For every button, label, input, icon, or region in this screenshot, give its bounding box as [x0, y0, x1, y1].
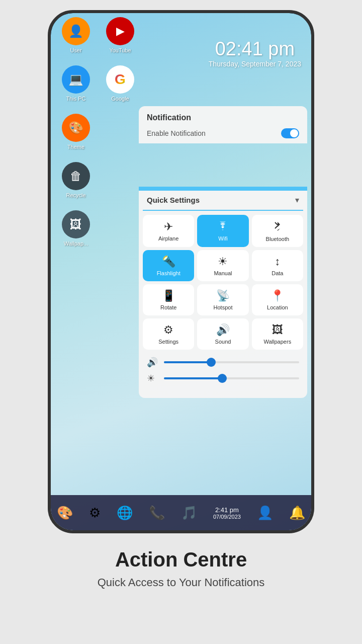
icon-wallpaper[interactable]: 🖼 Wallpap... [56, 210, 96, 247]
flashlight-label: Flashlight [157, 270, 180, 276]
volume-icon: 🔊 [147, 357, 159, 368]
bluetooth-button[interactable]: Bluetooth [252, 215, 303, 247]
bluetooth-label: Bluetooth [266, 236, 289, 242]
settings-button[interactable]: ⚙ Settings [143, 318, 194, 350]
settings-icon: ⚙ [163, 324, 173, 337]
bluetooth-icon [273, 220, 282, 234]
settings-label: Settings [158, 339, 178, 345]
clock-area: 02:41 pm Thursday, September 7, 2023 [209, 38, 301, 68]
quick-settings-title: Quick Settings [147, 196, 200, 204]
dock-icon-color[interactable]: 🎨 [57, 505, 73, 521]
clock-time: 02:41 pm [209, 38, 301, 60]
clock-date: Thursday, September 7, 2023 [209, 60, 301, 68]
manual-button[interactable]: ☀ Manual [197, 250, 248, 281]
wallpapers-icon: 🖼 [272, 324, 283, 337]
icon-thispc[interactable]: 💻 This PC [56, 65, 96, 102]
brightness-slider[interactable] [164, 377, 299, 379]
flashlight-button[interactable]: 🔦 Flashlight [143, 250, 194, 281]
icon-google[interactable]: G Google [100, 65, 140, 102]
hotspot-icon: 📡 [216, 289, 230, 302]
wifi-label: Wifi [218, 235, 227, 242]
wifi-icon [217, 220, 228, 233]
dock-date: 07/09/2023 [213, 514, 241, 520]
dock-icon-settings[interactable]: ⚙ [89, 505, 101, 521]
phone-frame: 👤 User ▶ YouTube 💻 This PC G Google [48, 10, 314, 533]
data-icon: ↕ [275, 255, 280, 268]
quick-settings-grid: ✈ Airplane Wifi [143, 215, 303, 350]
enable-notification-toggle[interactable] [281, 128, 299, 138]
chevron-down-icon[interactable]: ▾ [295, 195, 299, 205]
sound-label: Sound [215, 339, 231, 345]
dock-icon-phone[interactable]: 📞 [149, 505, 165, 521]
sound-button[interactable]: 🔊 Sound [197, 318, 248, 350]
hotspot-label: Hotspot [214, 304, 233, 310]
data-label: Data [272, 270, 283, 276]
manual-icon: ☀ [218, 255, 228, 268]
panel-divider [139, 187, 307, 191]
desktop-icons-area: 👤 User ▶ YouTube 💻 This PC G Google [56, 13, 146, 255]
manual-label: Manual [214, 270, 232, 276]
phone-screen: 👤 User ▶ YouTube 💻 This PC G Google [51, 13, 311, 530]
dock-icon-shazam[interactable]: 🎵 [181, 505, 197, 521]
location-button[interactable]: 📍 Location [252, 284, 303, 315]
notification-title: Notification [147, 113, 299, 122]
location-label: Location [267, 304, 288, 310]
airplane-button[interactable]: ✈ Airplane [143, 215, 194, 247]
rotate-label: Rotate [160, 304, 176, 310]
slider-area: 🔊 ☀ [143, 354, 303, 392]
notification-panel: Notification Enable Notification [139, 106, 307, 143]
dock-icon-contacts[interactable]: 👤 [257, 505, 273, 521]
wifi-button[interactable]: Wifi [197, 215, 248, 247]
dock-time-area: 2:41 pm 07/09/2023 [213, 506, 241, 520]
rotate-button[interactable]: 📱 Rotate [143, 284, 194, 315]
sound-icon: 🔊 [216, 324, 230, 337]
quick-settings-panel: Quick Settings ▾ ✈ Airplane [139, 190, 307, 398]
dock-icon-chrome[interactable]: 🌐 [117, 505, 133, 521]
icon-theme[interactable]: 🎨 Theme [56, 114, 96, 150]
dock-icon-notification[interactable]: 🔔 [289, 505, 305, 521]
flashlight-icon: 🔦 [162, 255, 175, 268]
wallpapers-label: Wallpapers [264, 339, 292, 345]
enable-notification-label: Enable Notification [147, 129, 206, 137]
airplane-icon: ✈ [164, 220, 173, 233]
airplane-label: Airplane [158, 235, 178, 242]
rotate-icon: 📱 [162, 289, 175, 302]
hotspot-button[interactable]: 📡 Hotspot [197, 284, 248, 315]
icon-youtube[interactable]: ▶ YouTube [100, 17, 140, 53]
icon-recycle[interactable]: 🗑 Recycle [56, 162, 96, 198]
location-icon: 📍 [270, 289, 284, 302]
app-title: Action Centre [98, 548, 265, 571]
app-subtitle: Quick Access to Your Notifications [98, 576, 265, 589]
icon-user[interactable]: 👤 User [56, 17, 96, 53]
volume-slider[interactable] [164, 361, 299, 363]
brightness-icon: ☀ [147, 373, 159, 384]
bottom-dock: 🎨 ⚙ 🌐 📞 🎵 2:41 pm 07/09/2023 👤 🔔 [51, 495, 311, 530]
dock-time: 2:41 pm [215, 506, 239, 514]
wallpapers-button[interactable]: 🖼 Wallpapers [252, 318, 303, 350]
data-button[interactable]: ↕ Data [252, 250, 303, 281]
footer-area: Action Centre Quick Access to Your Notif… [77, 533, 285, 599]
